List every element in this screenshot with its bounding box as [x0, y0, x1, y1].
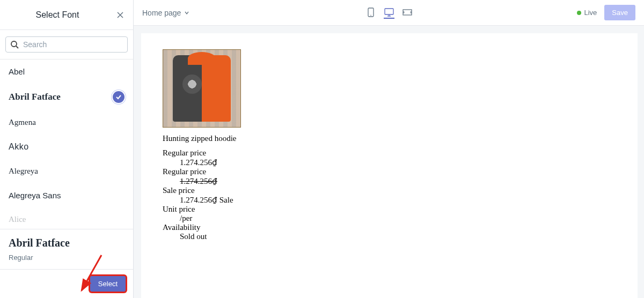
sale-price-label: Sale price — [163, 186, 616, 195]
selected-font-weight: Regular — [0, 252, 133, 269]
font-name: Alegreya — [9, 167, 38, 176]
select-button[interactable]: Select — [90, 276, 126, 292]
svg-point-2 — [370, 14, 371, 16]
font-name: Agmena — [9, 118, 36, 127]
svg-rect-3 — [385, 9, 393, 14]
regular-price-value: 1.274.256₫ — [180, 158, 616, 167]
font-item-alegreya[interactable]: Alegreya — [0, 159, 133, 183]
svg-point-0 — [11, 41, 17, 47]
mobile-icon[interactable] — [365, 8, 376, 18]
live-dot-icon — [577, 11, 581, 15]
search-wrap — [0, 30, 133, 59]
unit-price-value: /per — [180, 214, 616, 223]
sale-price-value: 1.274.256₫ Sale — [180, 195, 616, 205]
product-title: Hunting zipped hoodie — [163, 134, 616, 143]
main-area: Home page Live — [134, 0, 644, 298]
chevron-down-icon — [184, 9, 189, 17]
font-list[interactable]: Abel Abril Fatface Agmena Akko Alegreya … — [0, 59, 133, 229]
regular-price-value-2: 1.274.256₫ — [180, 176, 616, 186]
regular-price-label-2: Regular price — [163, 167, 616, 176]
selected-check-icon — [113, 91, 125, 103]
close-icon[interactable] — [115, 10, 126, 20]
product-image — [163, 49, 241, 128]
page-label: Home page — [142, 9, 181, 17]
unit-price-label: Unit price — [163, 205, 616, 214]
font-picker-sidebar: Select Font Abel Abril Fatface — [0, 0, 134, 298]
selected-font-name: Abril Fatface — [0, 229, 133, 252]
font-name: Alice — [9, 215, 26, 224]
save-button[interactable]: Save — [604, 5, 635, 20]
page-selector[interactable]: Home page — [142, 9, 189, 17]
select-footer: Select — [0, 269, 133, 298]
search-input[interactable] — [23, 40, 123, 49]
selected-font-section: Abril Fatface Regular Select — [0, 229, 133, 298]
fullwidth-icon[interactable] — [402, 8, 413, 18]
regular-price-label: Regular price — [163, 148, 616, 158]
sidebar-header: Select Font — [0, 0, 133, 30]
availability-label: Availability — [163, 223, 616, 232]
live-label: Live — [584, 9, 597, 17]
font-item-alegreya-sans[interactable]: Alegreya Sans — [0, 183, 133, 207]
font-name: Abel — [9, 67, 25, 76]
topbar: Home page Live — [134, 0, 644, 26]
preview-canvas-wrap: Hunting zipped hoodie Regular price 1.27… — [134, 26, 644, 298]
font-item-abril-fatface[interactable]: Abril Fatface — [0, 84, 133, 110]
font-item-abel[interactable]: Abel — [0, 59, 133, 84]
desktop-icon[interactable] — [384, 8, 394, 19]
device-switcher — [365, 8, 413, 18]
font-item-agmena[interactable]: Agmena — [0, 110, 133, 135]
topbar-right: Live Save — [577, 5, 636, 20]
availability-value: Sold out — [180, 232, 616, 241]
price-block: Regular price 1.274.256₫ Regular price 1… — [163, 148, 616, 241]
search-box[interactable] — [5, 36, 128, 53]
font-name: Abril Fatface — [9, 92, 61, 102]
font-item-akko[interactable]: Akko — [0, 135, 133, 159]
font-name: Akko — [9, 142, 29, 152]
preview-canvas[interactable]: Hunting zipped hoodie Regular price 1.27… — [141, 33, 638, 298]
live-indicator: Live — [577, 9, 597, 17]
font-item-alice[interactable]: Alice — [0, 207, 133, 229]
font-name: Alegreya Sans — [9, 191, 61, 200]
search-icon — [10, 40, 19, 49]
sidebar-title: Select Font — [0, 10, 115, 20]
